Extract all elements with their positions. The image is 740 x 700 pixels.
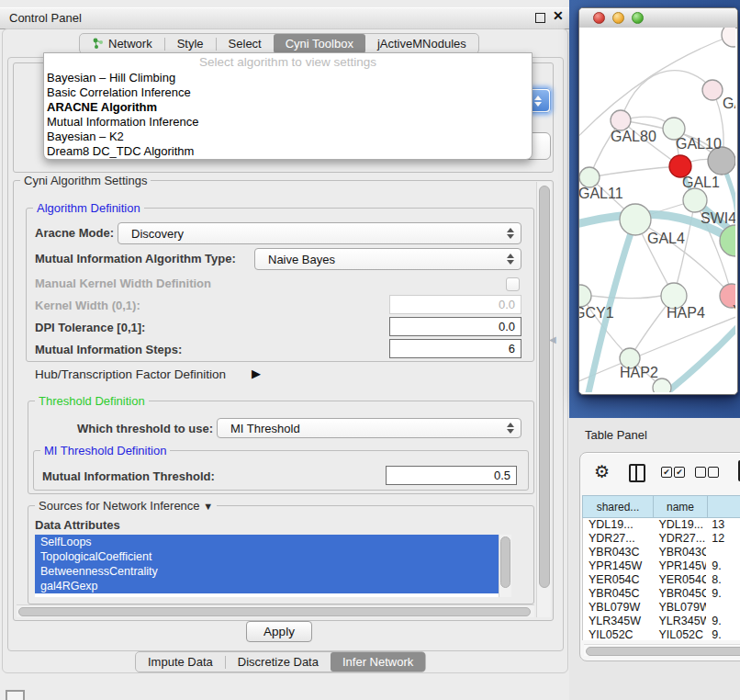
table-row[interactable]: YIL052CYIL052C9. [583,628,740,640]
tab-cyni-toolbox[interactable]: Cyni Toolbox [274,34,365,53]
tab-infer-network[interactable]: Infer Network [331,652,425,672]
table-row[interactable]: YBR045CYBR045C9. [583,587,740,601]
column-header[interactable] [708,495,740,518]
tab-label: Discretize Data [238,655,319,669]
network-window-titlebar[interactable] [579,8,737,28]
hub-definition-label[interactable]: Hub/Transcription Factor Definition [35,367,226,381]
combo-spinner-icon [507,254,514,265]
network-node[interactable] [702,80,723,100]
apply-button[interactable]: Apply [246,621,312,642]
table-row[interactable]: YLR345WYLR345W9. [583,615,740,628]
docked-panel-icon[interactable] [6,690,25,700]
mi-steps-field[interactable]: 6 [389,339,521,358]
minimize-traffic-light-icon[interactable] [612,12,624,24]
splitter-collapse-icon[interactable]: ◀ [549,334,556,344]
dpi-tolerance-field[interactable]: 0.0 [389,317,521,336]
unchecked-checkbox-icon[interactable] [708,467,719,478]
table-row[interactable]: YDR27...YDR27...12 [583,532,740,546]
algorithm-option[interactable]: Bayesian – Hill Climbing [47,71,529,85]
tab-discretize-data[interactable]: Discretize Data [226,652,331,672]
settings-vertical-scrollbar[interactable] [536,182,551,617]
manual-kernel-checkbox[interactable] [506,277,520,291]
sources-title[interactable]: Sources for Network Inference ▼ [35,499,217,513]
checked-checkbox-icon[interactable]: ✔ [674,467,685,478]
columns-icon[interactable] [629,464,645,482]
network-node-label: GAL1 [682,175,720,190]
scrollbar-thumb[interactable] [18,607,531,616]
algorithm-definition-title: Algorithm Definition [33,201,144,215]
table-cell: YBR043C [653,546,706,559]
collapse-right-icon[interactable]: ▶ [252,367,261,380]
attribute-list-item[interactable]: SelfLoops [35,535,499,549]
unchecked-checkbox-icon[interactable] [695,467,706,478]
network-node[interactable] [683,188,707,212]
tab-style[interactable]: Style [165,34,216,53]
kernel-width-label: Kernel Width (0,1): [35,299,140,312]
network-node[interactable] [579,167,600,187]
table-panel-title: Table Panel [585,428,647,442]
settings-horizontal-scrollbar[interactable] [17,604,534,617]
aracne-mode-value: Discovery [131,227,184,241]
column-header[interactable]: shared... [582,495,654,518]
table-header: shared...name [582,495,740,518]
scrollbar-thumb[interactable] [586,647,740,656]
tab-select[interactable]: Select [217,34,274,53]
table-rows[interactable]: YDL19...YDL19...13YDR27...YDR27...12YBR0… [582,518,740,640]
close-icon[interactable]: ✕ [553,8,564,23]
attributes-vertical-scrollbar[interactable] [499,535,511,597]
network-view-window[interactable]: GALGAL80GAL10GAL1GAL11SWI4GAL4GCY1HAP4YH… [578,7,738,395]
tab-network[interactable]: Network [80,34,164,53]
table-row[interactable]: YPR145WYPR145W9. [583,559,740,573]
attribute-list-item[interactable]: BetweennessCentrality [35,564,499,579]
network-node[interactable] [722,28,735,47]
close-traffic-light-icon[interactable] [593,12,605,24]
tab-impute-data[interactable]: Impute Data [136,652,225,672]
column-header[interactable]: name [654,495,708,518]
network-graph: GALGAL80GAL10GAL1GAL11SWI4GAL4GCY1HAP4YH… [579,28,735,392]
table-cell: YER054C [583,573,653,587]
network-node[interactable] [579,285,591,307]
attribute-list-item[interactable]: TopologicalCoefficient [35,549,499,564]
mi-type-value: Naive Bayes [268,253,335,266]
network-node[interactable] [653,378,671,392]
scrollbar-thumb[interactable] [539,186,550,588]
zoom-traffic-light-icon[interactable] [632,12,644,24]
algorithm-option[interactable]: Basic Correlation Inference [47,85,529,100]
network-node-label: SWI4 [701,210,735,226]
table-row[interactable]: YDL19...YDL19...13 [583,518,740,532]
network-node[interactable] [620,204,651,235]
algorithm-option[interactable]: ARACNE Algorithm [47,100,529,115]
attribute-list-item[interactable]: gal4RGexp [35,579,499,593]
gear-icon[interactable]: ⚙ [594,461,610,481]
tab-label: Style [177,37,204,51]
algorithm-option[interactable]: Bayesian – K2 [47,130,529,144]
kernel-width-field[interactable]: 0.0 [389,295,521,314]
table-row[interactable]: YER054CYER054C8. [583,573,740,587]
tab-jactivemnodules[interactable]: jActiveMNodules [365,34,478,53]
network-node-label: HAP4 [667,305,705,321]
table-row[interactable]: YBL079WYBL079W [583,601,740,615]
table-row[interactable]: YBR043CYBR043C [583,546,740,559]
table-cell: YPR145W [583,559,653,573]
table-horizontal-scrollbar[interactable] [584,644,740,656]
algorithm-option[interactable]: Dream8 DC_TDC Algorithm [47,144,529,159]
network-node[interactable] [611,110,631,130]
checked-checkbox-icon[interactable]: ✔ [661,467,672,478]
data-attributes-list[interactable]: SelfLoopsTopologicalCoefficientBetweenne… [35,535,499,597]
table-cell: YBR045C [653,587,706,601]
algorithm-option[interactable]: Mutual Information Inference [47,115,529,130]
mi-type-combo[interactable]: Naive Bayes [254,248,521,270]
float-panel-icon[interactable] [535,13,545,23]
mi-steps-label: Mutual Information Steps: [35,343,182,356]
which-threshold-combo[interactable]: MI Threshold [217,418,521,438]
scrollbar-thumb[interactable] [500,536,510,588]
aracne-mode-combo[interactable]: Discovery [118,222,521,244]
mi-threshold-field[interactable]: 0.5 [386,466,517,485]
table-cell: 12 [706,532,740,546]
table-cell: YER054C [653,573,706,587]
network-edge [589,166,680,177]
dropdown-prompt: Select algorithm to view settings [44,55,532,69]
table-cell: YBL079W [583,601,653,615]
network-canvas[interactable]: GALGAL80GAL10GAL1GAL11SWI4GAL4GCY1HAP4YH… [579,28,735,392]
network-node-label: GAL4 [647,231,685,246]
